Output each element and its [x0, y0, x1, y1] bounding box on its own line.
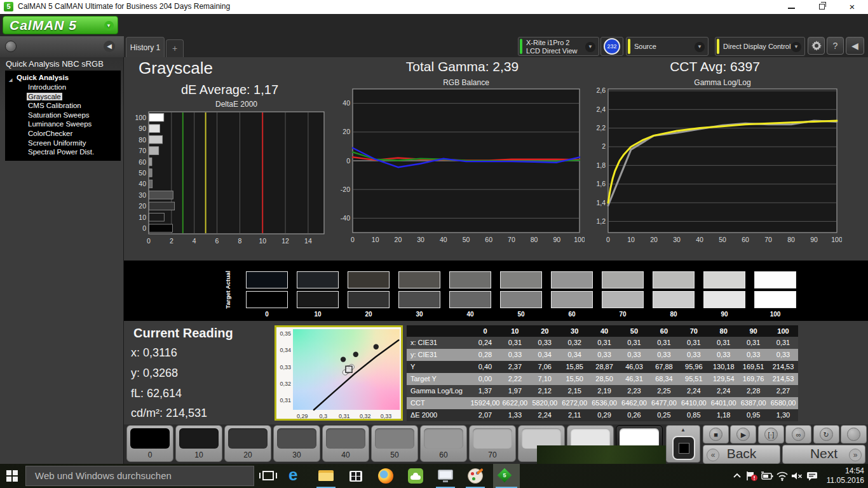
tray-battery[interactable]: [760, 470, 773, 482]
table-cell: 2,25: [649, 385, 679, 397]
task-view-button[interactable]: [256, 464, 280, 488]
taskbar-monitor-app[interactable]: [433, 464, 458, 488]
meter-count-badge[interactable]: 232: [604, 38, 620, 55]
add-tab-button[interactable]: +: [166, 39, 184, 57]
tree-root[interactable]: ◢Quick Analysis: [5, 73, 121, 83]
svg-text:70: 70: [764, 236, 772, 243]
taskbar-cloud-app[interactable]: [403, 464, 428, 488]
table-cell: 0,31: [500, 337, 530, 349]
table-cell: 0,31: [709, 337, 738, 349]
taskbar: Web und Windows durchsuchen e 5: [0, 464, 868, 488]
workflow-options-icon[interactable]: [5, 41, 17, 52]
next-button[interactable]: Next »: [782, 445, 865, 464]
svg-text:20: 20: [342, 128, 350, 135]
table-cell: 2,24: [530, 409, 560, 421]
stimulus-swatch: [424, 428, 463, 449]
svg-text:0: 0: [606, 236, 610, 243]
table-cell: 0,31: [649, 337, 679, 349]
pattern-square-icon: [679, 444, 689, 453]
stimulus-button-20[interactable]: 20: [224, 425, 271, 462]
help-button[interactable]: ?: [827, 37, 844, 55]
svg-text:2: 2: [170, 237, 173, 245]
sidebar-item-screen-uniformity[interactable]: Screen Uniformity: [5, 139, 121, 148]
chevron-down-icon[interactable]: ▼: [695, 42, 705, 52]
table-cell: 0,28: [470, 349, 500, 361]
sidebar-item-spectral-power-dist[interactable]: Spectral Power Dist.: [5, 147, 121, 157]
stimulus-button-50[interactable]: 50: [371, 425, 418, 462]
table-cell: 6410,00: [679, 397, 709, 409]
tray-action-center[interactable]: [745, 470, 757, 482]
table-cell: 0,31: [679, 337, 709, 349]
minimize-button[interactable]: [780, 0, 802, 14]
table-header-row: 0102030405060708090100: [407, 325, 798, 337]
sidebar-item-introduction[interactable]: Introduction: [5, 83, 121, 92]
taskbar-paint[interactable]: [463, 464, 487, 488]
play-button[interactable]: ▶: [730, 425, 756, 444]
tray-wifi[interactable]: [775, 470, 788, 482]
meter-dropdown[interactable]: X-Rite i1Pro 2LCD Direct View ▼: [518, 37, 599, 56]
actual-swatch-70: [602, 271, 644, 288]
table-cell: 2,12: [530, 385, 560, 397]
actual-swatch-90: [703, 271, 745, 288]
taskbar-edge[interactable]: e: [284, 464, 308, 488]
taskbar-explorer[interactable]: [314, 464, 338, 488]
sidebar-item-grayscale[interactable]: Grayscale: [5, 92, 121, 102]
taskbar-store[interactable]: [344, 464, 368, 488]
taskbar-calman-active[interactable]: 5: [493, 464, 520, 488]
stop-button[interactable]: ■: [703, 425, 729, 444]
back-button[interactable]: « Back: [703, 445, 780, 464]
table-row-label: ΔE 2000: [407, 409, 470, 421]
calman-logo[interactable]: CalMAN 5▼: [3, 16, 118, 34]
stimulus-swatch: [179, 428, 219, 449]
taskbar-clock[interactable]: 14:54 11.05.2016: [822, 466, 864, 485]
clock-date: 11.05.2016: [822, 476, 864, 485]
swatch-level-label: 80: [653, 311, 695, 318]
sidebar-item-saturation-sweeps[interactable]: Saturation Sweeps: [5, 111, 121, 120]
tray-notifications[interactable]: [805, 470, 818, 482]
source-dropdown[interactable]: Source ▼: [626, 37, 709, 56]
table-cell: 15,85: [560, 361, 590, 373]
sidebar-item-luminance-sweeps[interactable]: Luminance Sweeps: [5, 119, 121, 129]
measure-window-button[interactable]: [·]: [758, 425, 784, 444]
stimulus-button-0[interactable]: 0: [126, 425, 173, 462]
svg-text:50: 50: [719, 236, 726, 243]
settings-button[interactable]: [808, 37, 825, 55]
toolbar-collapse-button[interactable]: ◀: [846, 37, 864, 55]
task-view-icon: [262, 471, 274, 480]
sidebar-item-cms-calibration[interactable]: CMS Calibration: [5, 101, 121, 111]
taskbar-firefox[interactable]: [374, 464, 398, 488]
loop-button[interactable]: ↻: [813, 425, 839, 444]
wifi-icon: [775, 470, 789, 482]
loop-icon: ↻: [820, 428, 833, 441]
source-label: Source: [634, 43, 656, 51]
taskbar-search-input[interactable]: Web und Windows durchsuchen: [25, 466, 254, 486]
target-swatch-60: [551, 291, 593, 308]
workflow-title: Quick Analysis NBC sRGB: [6, 59, 104, 69]
table-row: y: CIE310,280,330,340,340,330,330,330,33…: [407, 349, 798, 361]
stimulus-button-40[interactable]: 40: [322, 425, 369, 462]
tray-expand-button[interactable]: [731, 470, 743, 482]
display-control-dropdown[interactable]: Direct Display Control ▼: [715, 37, 805, 56]
stimulus-button-30[interactable]: 30: [273, 425, 320, 462]
sidebar-collapse-icon[interactable]: ◀: [104, 41, 115, 52]
window-pattern-button[interactable]: [672, 436, 695, 460]
sidebar-item-colorchecker[interactable]: ColorChecker: [5, 129, 121, 139]
table-cell: 1,97: [500, 385, 530, 397]
svg-text:14: 14: [304, 237, 312, 245]
start-button[interactable]: [6, 470, 18, 482]
stimulus-button-60[interactable]: 60: [420, 425, 467, 462]
stimulus-button-70[interactable]: 70: [469, 425, 516, 462]
svg-text:0: 0: [142, 224, 146, 232]
collapse-up-icon[interactable]: ▲: [667, 426, 700, 434]
continuous-measure-button[interactable]: ∞: [785, 425, 811, 444]
tab-history-1[interactable]: History 1: [126, 37, 165, 57]
blank-button[interactable]: [841, 425, 867, 444]
tray-volume-muted[interactable]: [790, 470, 803, 482]
restore-button[interactable]: [811, 0, 832, 14]
stimulus-button-10[interactable]: 10: [175, 425, 222, 462]
logo-dropdown-icon[interactable]: ▼: [104, 21, 114, 30]
chevron-down-icon[interactable]: ▼: [585, 42, 595, 52]
close-button[interactable]: ×: [841, 0, 863, 14]
stimulus-swatch: [277, 428, 316, 449]
chevron-down-icon[interactable]: ▼: [791, 42, 801, 52]
